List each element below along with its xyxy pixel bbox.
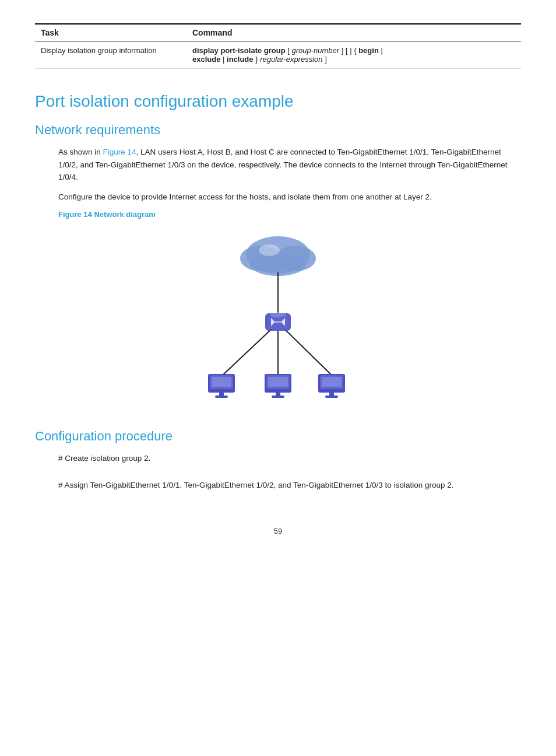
svg-rect-17 [212, 377, 231, 387]
cmd-text-10: } [254, 55, 261, 64]
main-section-title: Port isolation configuration example [35, 92, 521, 111]
cmd-text-8: | [220, 55, 227, 64]
svg-rect-29 [325, 396, 338, 398]
svg-point-4 [259, 244, 280, 256]
network-req-title: Network requirements [35, 123, 521, 138]
cmd-text-1: display port-isolate group [192, 46, 286, 55]
config-step-2: # Assign Ten-GigabitEthernet 1/0/1, Ten-… [58, 479, 509, 492]
cmd-text-9: include [227, 55, 254, 64]
cmd-text-4: ] [ | { [339, 46, 358, 55]
cmd-text-11: regular-expression [260, 55, 322, 64]
network-req-para1: As shown in Figure 14, LAN users Host A,… [58, 146, 509, 184]
table-header-task: Task [35, 24, 186, 41]
task-cell: Display isolation group information [35, 41, 186, 69]
cmd-text-3: group-number [291, 46, 339, 55]
svg-rect-24 [272, 396, 284, 398]
config-step-1: # Create isolation group 2. [58, 452, 509, 465]
config-section: # Create isolation group 2. # Assign Ten… [35, 452, 521, 491]
command-cell: display port-isolate group [ group-numbe… [186, 41, 521, 69]
table-header-command: Command [186, 24, 521, 41]
table-row: Display isolation group information disp… [35, 41, 521, 69]
svg-rect-27 [322, 377, 342, 387]
figure-container [35, 225, 521, 411]
cmd-text-5: begin [358, 46, 379, 55]
cmd-text-12: ] [323, 55, 327, 64]
command-table: Task Command Display isolation group inf… [35, 23, 521, 69]
svg-line-8 [284, 328, 332, 375]
config-proc-title: Configuration procedure [35, 429, 521, 444]
page-number: 59 [35, 527, 521, 536]
diagram-svg [179, 225, 377, 411]
svg-rect-22 [268, 377, 288, 387]
figure14-link[interactable]: Figure 14 [103, 148, 136, 156]
network-req-para2: Configure the device to provide Internet… [58, 191, 509, 204]
network-diagram [179, 225, 377, 411]
figure-label: Figure 14 Network diagram [58, 210, 521, 219]
cmd-text-6: | [379, 46, 383, 55]
svg-rect-19 [215, 396, 228, 398]
cmd-text-7: exclude [192, 55, 220, 64]
svg-point-14 [270, 312, 286, 317]
svg-line-6 [223, 328, 272, 375]
